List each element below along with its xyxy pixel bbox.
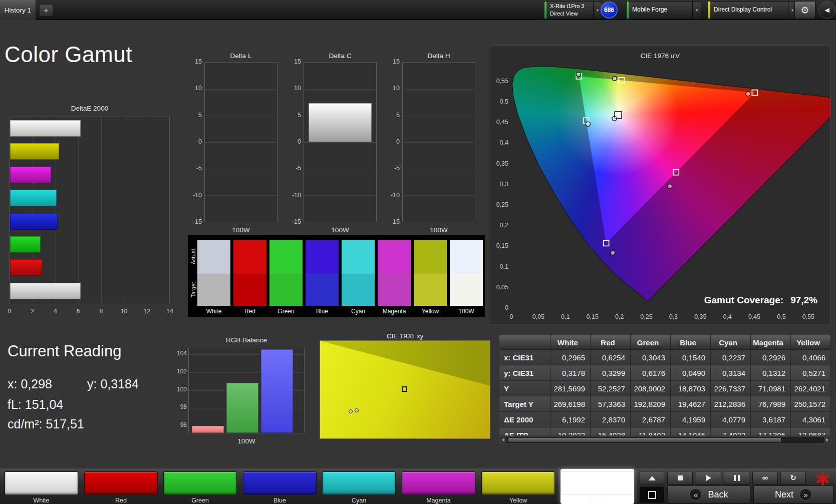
display-control-text: Direct Display Control bbox=[710, 2, 788, 19]
delta-h-ytick: -15 bbox=[386, 218, 400, 225]
patch-button-yellow[interactable]: Yellow bbox=[481, 469, 555, 504]
table-cell: 2,6787 bbox=[631, 412, 671, 427]
delta-l-ytick: -5 bbox=[188, 165, 202, 172]
cie76-ytick: 0,35 bbox=[489, 160, 508, 167]
table-scrollbar[interactable] bbox=[499, 436, 831, 443]
table-cell: 0,3043 bbox=[631, 350, 671, 365]
patch-swatch-blue bbox=[243, 471, 317, 495]
cie76-ytick: 0,3 bbox=[489, 181, 508, 188]
swatch-target-cyan bbox=[342, 274, 375, 306]
cie76-xtick: 0,05 bbox=[528, 313, 549, 320]
patch-button-red[interactable]: Red bbox=[84, 469, 158, 504]
swatch-actual-100w bbox=[450, 240, 483, 274]
pattern-window-icon bbox=[648, 491, 656, 499]
delta-c-bar bbox=[309, 103, 372, 142]
deltae-xtick: 4 bbox=[49, 308, 61, 315]
table-col-header: Red bbox=[591, 335, 631, 350]
pause-button[interactable] bbox=[724, 471, 749, 485]
deltae-xtick: 14 bbox=[164, 308, 176, 315]
swatch-label-100w: 100W bbox=[450, 308, 483, 315]
table-cell: 7,4022 bbox=[711, 427, 751, 435]
bottom-bar: ∞ ↻ « Back Next » WhiteRedGreenBlueCyanM… bbox=[0, 468, 836, 504]
cie1931-title: CIE 1931 xy bbox=[320, 332, 490, 340]
patch-label: White bbox=[5, 497, 78, 504]
patch-swatch-magenta bbox=[402, 471, 475, 495]
swatch-target-100w bbox=[450, 274, 483, 306]
table-cell: 19,4627 bbox=[671, 396, 711, 412]
rgb-ytick: 96 bbox=[174, 421, 187, 428]
delta-l-title: Delta L bbox=[204, 52, 277, 60]
pattern-window-button[interactable] bbox=[640, 486, 664, 503]
cie76-xtick: 0,25 bbox=[636, 313, 657, 320]
display-control-dropdown[interactable]: Direct Display Control ▼ bbox=[708, 1, 797, 19]
table-row-label: ΔE 2000 bbox=[499, 412, 550, 427]
measured-marker-red bbox=[746, 92, 750, 96]
source-dropdown[interactable]: Mobile Forge ▼ bbox=[626, 1, 701, 19]
pattern-up-button[interactable] bbox=[640, 471, 664, 485]
swatch-actual-red bbox=[233, 240, 266, 274]
measured-marker-blue bbox=[611, 251, 615, 255]
meter-count-badge[interactable]: 686 bbox=[601, 2, 618, 19]
patch-label: Cyan bbox=[322, 497, 396, 504]
up-arrow-icon bbox=[649, 476, 656, 480]
next-button[interactable]: Next » bbox=[753, 485, 833, 503]
cie76-ytick: 0,15 bbox=[489, 242, 508, 249]
patch-button-magenta[interactable]: Magenta bbox=[402, 469, 475, 504]
play-icon bbox=[706, 475, 711, 481]
table-col-header: Green bbox=[631, 335, 671, 350]
delta-c-ytick: 5 bbox=[287, 112, 301, 119]
cie76-ytick: 0,25 bbox=[489, 201, 508, 208]
table-cell: 15,4028 bbox=[591, 427, 631, 435]
swatch-target-yellow bbox=[414, 274, 447, 306]
patch-label: Blue bbox=[243, 497, 317, 504]
delta-c-ytick: 0 bbox=[287, 138, 301, 145]
table-row-label bbox=[499, 335, 550, 350]
scroll-right-button[interactable] bbox=[824, 437, 830, 443]
scroll-thumb[interactable] bbox=[508, 437, 781, 442]
patch-button-100w[interactable]: 100W bbox=[561, 469, 634, 504]
scroll-left-button[interactable] bbox=[500, 437, 506, 443]
rgb-balance-chart: RGB Balance1041021009896100W bbox=[176, 336, 307, 448]
table-cell: 11,8402 bbox=[631, 427, 671, 435]
cie1931-area bbox=[320, 340, 490, 439]
table-cell: 4,1959 bbox=[671, 412, 711, 427]
delta-c-plot bbox=[304, 62, 377, 222]
add-tab-button[interactable]: + bbox=[39, 4, 53, 17]
rgb-ytick: 98 bbox=[174, 403, 187, 410]
deltae-title: DeltaE 2000 bbox=[10, 105, 170, 112]
table-row-label: Target Y bbox=[499, 396, 550, 412]
rgb-balance-plot bbox=[188, 347, 305, 433]
back-button[interactable]: « Back bbox=[667, 485, 750, 503]
outside-gamut-shade bbox=[512, 67, 831, 302]
patch-swatch-white bbox=[5, 471, 78, 495]
swatch-actual-cyan bbox=[342, 240, 375, 274]
delta-h-ytick: 10 bbox=[386, 85, 400, 92]
continuous-measure-button[interactable]: ∞ bbox=[752, 471, 778, 485]
table-cell: 71,0981 bbox=[751, 381, 791, 396]
cie76-xtick: 0,5 bbox=[771, 313, 792, 320]
loop-button[interactable]: ↻ bbox=[780, 471, 806, 485]
gamut-table: WhiteRedGreenBlueCyanMagentaYellowx: CIE… bbox=[499, 335, 831, 435]
cie76-ytick: 0,1 bbox=[489, 263, 508, 270]
cie76-ytick: 0,45 bbox=[489, 119, 508, 126]
tab-history-1[interactable]: History 1 bbox=[0, 0, 36, 20]
table-cell: 4,0779 bbox=[711, 412, 751, 427]
patch-button-green[interactable]: Green bbox=[163, 469, 237, 504]
patch-button-blue[interactable]: Blue bbox=[243, 469, 317, 504]
deltae2000-chart: DeltaE 200002468101214 bbox=[10, 105, 180, 320]
patch-button-white[interactable]: White bbox=[5, 469, 78, 504]
swatch-target-magenta bbox=[378, 274, 411, 306]
play-button[interactable] bbox=[696, 471, 721, 485]
patch-button-cyan[interactable]: Cyan bbox=[322, 469, 396, 504]
stop-button[interactable] bbox=[667, 471, 693, 485]
settings-button[interactable]: ⚙ bbox=[794, 1, 815, 19]
rgb-xlabel: 100W bbox=[188, 437, 305, 445]
delta-c-ytick: -10 bbox=[287, 192, 301, 199]
collapse-toolbar-button[interactable]: ◀ bbox=[818, 2, 835, 19]
meter-dropdown[interactable]: X-Rite i1Pro 3 Direct View ▼ bbox=[544, 1, 602, 19]
delta-l-ytick: 15 bbox=[188, 58, 202, 65]
cie76-xtick: 0,3 bbox=[663, 313, 684, 320]
table-col-header: Cyan bbox=[711, 335, 751, 350]
table-cell: 3,6187 bbox=[751, 412, 791, 427]
chevron-down-icon: ▼ bbox=[692, 2, 701, 19]
